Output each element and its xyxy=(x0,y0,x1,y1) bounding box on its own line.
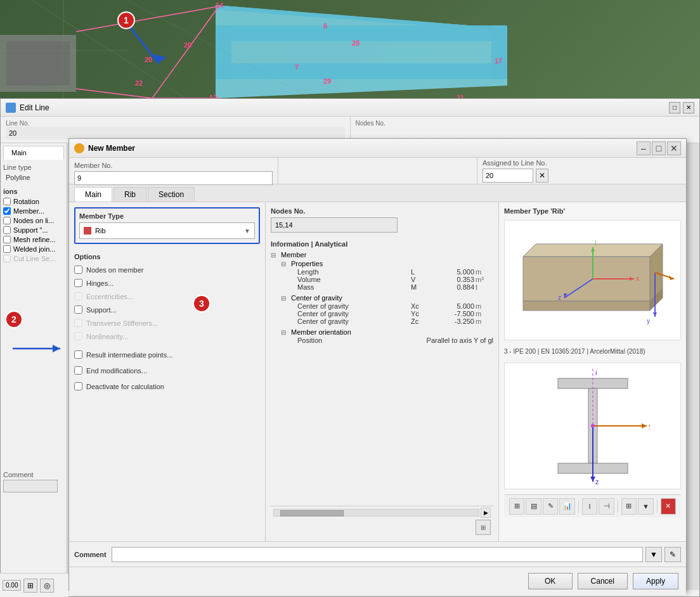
edit-line-close[interactable]: ✕ xyxy=(683,102,694,113)
tree-member-body: ⊟ Properties Length L 5.000 m Volume V xyxy=(271,259,493,344)
step-badge-1: 1 xyxy=(117,11,135,29)
apply-button[interactable]: Apply xyxy=(633,573,678,589)
tree-properties-body: Length L 5.000 m Volume V 0.353 m³ M xyxy=(280,268,493,291)
edit-line-comment-input[interactable] xyxy=(3,480,58,492)
toolbar-btn-2[interactable]: ▤ xyxy=(526,498,541,515)
svg-text:i: i xyxy=(595,240,596,247)
toolbar-btn-1[interactable]: ⊞ xyxy=(509,498,524,515)
svg-text:x: x xyxy=(636,275,639,282)
new-member-header: New Member – □ ✕ xyxy=(69,139,686,158)
svg-text:i: i xyxy=(595,369,597,376)
svg-line-10 xyxy=(152,6,219,98)
edit-line-maximize[interactable]: □ xyxy=(669,102,680,113)
status-icon-2[interactable]: ◎ xyxy=(40,579,54,593)
tree-member: ⊟ Member xyxy=(271,250,493,259)
member-no-input[interactable] xyxy=(74,171,273,185)
cad-num-6: 6 xyxy=(323,22,327,30)
comment-dropdown-btn[interactable]: ▼ xyxy=(645,547,662,562)
middle-panel: Nodes No. Information | Analytical ⊟ Mem… xyxy=(266,202,499,541)
toolbar-sep-3 xyxy=(657,500,658,513)
svg-rect-3 xyxy=(6,41,70,86)
scroll-bar[interactable] xyxy=(273,509,479,517)
comment-edit-btn[interactable]: ✎ xyxy=(664,547,681,562)
new-member-close[interactable]: ✕ xyxy=(667,141,681,155)
member-type-label: Member Type xyxy=(79,212,255,220)
toolbar-btn-4[interactable]: 📊 xyxy=(559,498,574,515)
sidebar-cut-line: Cut Line Se... xyxy=(3,255,64,262)
tabs-row: Main Rib Section xyxy=(69,184,686,202)
option-end-modifications[interactable]: End modifications... xyxy=(74,366,260,375)
member-type-box: Member Type Rib ▼ xyxy=(74,207,260,244)
assigned-section: Assigned to Line No. ✕ xyxy=(477,158,686,184)
option-result-intermediate[interactable]: Result intermediate points... xyxy=(74,350,260,359)
cancel-button[interactable]: Cancel xyxy=(578,573,628,589)
tab-rib[interactable]: Rib xyxy=(113,187,146,202)
toolbar-btn-3[interactable]: ✎ xyxy=(543,498,558,515)
tab-section[interactable]: Section xyxy=(148,187,195,202)
cad-num-28: 28 xyxy=(352,39,360,47)
svg-text:z: z xyxy=(558,294,561,301)
option-nodes-on-member[interactable]: Nodes on member xyxy=(74,266,260,274)
nodes-no-input[interactable] xyxy=(271,217,398,233)
toolbar-btn-8[interactable]: ▼ xyxy=(638,498,653,515)
sidebar-support[interactable]: Support "... xyxy=(3,226,64,234)
svg-marker-44 xyxy=(642,423,647,428)
svg-point-48 xyxy=(591,424,595,428)
toolbar-btn-7[interactable]: ⊞ xyxy=(621,498,637,515)
svg-marker-36 xyxy=(669,276,674,280)
nodes-no-label: Nodes No. xyxy=(356,120,695,127)
assigned-input[interactable] xyxy=(483,169,533,183)
step-badge-3: 3 xyxy=(193,295,211,312)
comment-input-wrap: ▼ ✎ xyxy=(112,547,681,562)
option-deactivate[interactable]: Deactivate for calculation xyxy=(74,382,260,390)
ok-button[interactable]: OK xyxy=(528,573,573,589)
sidebar-member[interactable]: Member... xyxy=(3,207,64,215)
grid-view-btn[interactable]: ⊞ xyxy=(476,520,491,535)
line-no-input[interactable] xyxy=(6,127,345,139)
new-member-controls: – □ ✕ xyxy=(637,141,681,155)
coord-display[interactable]: 0.00 xyxy=(3,580,21,591)
sidebar-welded-join[interactable]: Welded join... xyxy=(3,245,64,253)
new-member-dialog: New Member – □ ✕ Member No. Assigned to … xyxy=(68,138,687,591)
svg-marker-42 xyxy=(590,477,595,482)
member-type-select[interactable]: Rib ▼ xyxy=(79,222,255,239)
svg-line-13 xyxy=(76,89,152,98)
edit-line-title: Edit Line xyxy=(6,103,49,113)
left-panel: Member Type Rib ▼ Options Nodes on membe… xyxy=(69,202,266,541)
tree-xc-row: Center of gravity Xc 5.000 m xyxy=(297,302,493,310)
tree-mass-row: Mass M 0.884 t xyxy=(297,283,493,291)
option-support[interactable]: Support... xyxy=(74,305,260,314)
edit-line-sidebar: Main Line type Polyline ions Rotation Me… xyxy=(1,143,67,590)
option-hinges[interactable]: Hinges... xyxy=(74,279,260,287)
assigned-label: Assigned to Line No. xyxy=(483,159,681,167)
member-no-section: Member No. xyxy=(69,158,278,184)
tree-position-row: Position Parallel to axis Y of gl xyxy=(297,337,493,344)
scroll-right-btn[interactable]: ▶ xyxy=(481,508,491,518)
status-icon-1[interactable]: ⊞ xyxy=(23,579,37,593)
toolbar-btn-5[interactable]: I xyxy=(582,498,597,515)
toolbar-btn-close[interactable]: ✕ xyxy=(661,498,676,515)
toolbar-btn-6[interactable]: ⊣ xyxy=(599,498,614,515)
scroll-thumb[interactable] xyxy=(280,510,344,517)
tree-cg-body: Center of gravity Xc 5.000 m Center of g… xyxy=(280,302,493,325)
comment-input[interactable] xyxy=(112,547,643,562)
member-no-row: Member No. Assigned to Line No. ✕ xyxy=(69,158,686,184)
info-label: Information | Analytical xyxy=(271,240,493,248)
new-member-minimize[interactable]: – xyxy=(637,141,651,155)
tree-yc-row: Center of gravity Yc -7.500 m xyxy=(297,310,493,318)
sidebar-mesh-refine[interactable]: Mesh refine... xyxy=(3,236,64,243)
section-preview: y z i xyxy=(504,363,681,489)
line-no-label: Line No. xyxy=(6,120,345,127)
toolbar-sep-1 xyxy=(578,500,579,513)
sidebar-rotation[interactable]: Rotation xyxy=(3,198,64,205)
svg-rect-7 xyxy=(216,63,507,79)
main-tab-btn[interactable]: Main xyxy=(3,146,64,160)
tree-orientation-body: Position Parallel to axis Y of gl xyxy=(280,337,493,344)
sidebar-nodes-on-li[interactable]: Nodes on li... xyxy=(3,217,64,224)
assigned-clear-btn[interactable]: ✕ xyxy=(536,169,548,183)
dialog-content: Member Type Rib ▼ Options Nodes on membe… xyxy=(69,202,686,541)
tab-main[interactable]: Main xyxy=(74,187,112,202)
new-member-maximize[interactable]: □ xyxy=(652,141,666,155)
toolbar-sep-2 xyxy=(618,500,618,513)
edit-line-status-bar: 0.00 ⊞ ◎ xyxy=(0,573,68,597)
